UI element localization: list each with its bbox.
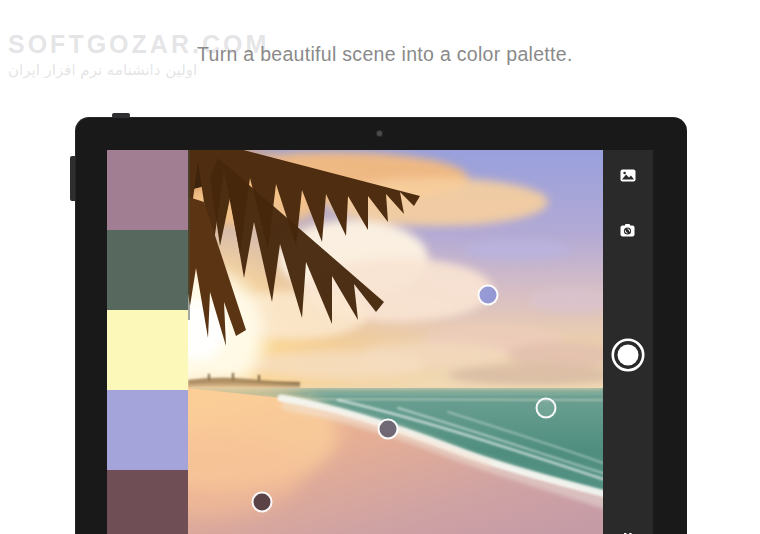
shutter-button[interactable] <box>611 338 645 372</box>
color-picker-handle[interactable] <box>537 399 556 418</box>
palette-swatch[interactable] <box>107 150 188 230</box>
volume-button <box>70 156 75 201</box>
photo-left-edge <box>188 150 190 320</box>
tablet-device <box>75 117 687 534</box>
camera-viewfinder <box>188 150 603 534</box>
palette-swatch[interactable] <box>107 390 188 470</box>
page-caption: Turn a beautiful scene into a color pale… <box>197 43 573 66</box>
camera-control-rail <box>603 150 653 534</box>
palette-swatch[interactable] <box>107 470 188 534</box>
color-picker-handle[interactable] <box>479 286 498 305</box>
color-picker-handle[interactable] <box>253 493 272 512</box>
palette-swatch[interactable] <box>107 310 188 390</box>
shutter-icon <box>611 338 645 372</box>
palette-swatch[interactable] <box>107 230 188 310</box>
gallery-icon <box>620 169 636 182</box>
color-palette-column <box>107 150 188 534</box>
tablet-screen <box>107 150 653 534</box>
front-camera-dot <box>377 131 382 136</box>
flip-camera-icon <box>620 224 635 237</box>
flip-camera-button[interactable] <box>620 224 635 237</box>
power-button <box>112 113 130 118</box>
page: { "watermark": { "title": "SOFTGOZAR.COM… <box>0 0 760 534</box>
beach-sunset-photo <box>188 150 603 534</box>
gallery-button[interactable] <box>620 169 636 182</box>
more-options-button[interactable] <box>622 527 634 534</box>
color-picker-handle[interactable] <box>379 420 398 439</box>
